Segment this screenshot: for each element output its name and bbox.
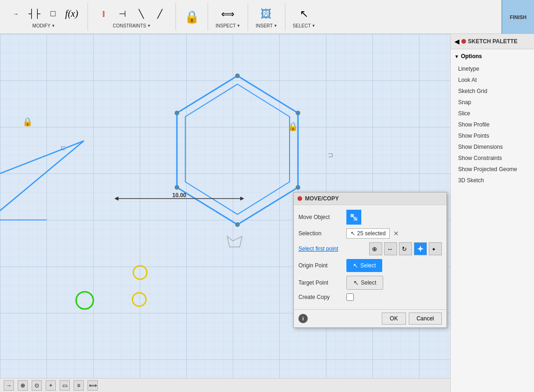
palette-item-linetype[interactable]: Linetype xyxy=(451,63,534,74)
move-object-icon[interactable] xyxy=(346,210,361,225)
point-icon-arrow[interactable]: ↔ xyxy=(384,242,397,255)
fx-icon: f(x) xyxy=(63,6,80,22)
constraint-icon-3: ╲ xyxy=(133,6,149,22)
point-icon-active[interactable] xyxy=(414,242,427,255)
cursor-icon: ↖ xyxy=(296,6,312,22)
divider-2 xyxy=(176,3,176,31)
selection-row: Selection ↖ 25 selected ✕ xyxy=(298,228,442,239)
insert-label: INSERT xyxy=(256,23,273,28)
toolbar-group-lock[interactable]: 🔒 xyxy=(180,7,204,27)
origin-point-row: Origin Point ↖ Select xyxy=(298,259,442,272)
palette-options-label: Options xyxy=(461,53,482,60)
svg-text:⊕: ⊕ xyxy=(372,246,377,252)
toolbar-group-select[interactable]: ↖ SELECT xyxy=(289,4,319,30)
toolbar-group-inspect[interactable]: ⟺ INSPECT xyxy=(212,4,244,30)
palette-item-showpoints[interactable]: Show Points xyxy=(451,130,534,141)
palette-item-showconstraints[interactable]: Show Constraints xyxy=(451,153,534,164)
move-copy-dialog: MOVE/COPY Move Object Selection ↖ xyxy=(293,192,447,328)
cancel-button[interactable]: Cancel xyxy=(409,312,442,325)
palette-item-showprojected[interactable]: Show Projected Geome xyxy=(451,164,534,175)
sketch-palette-title: SKETCH PALETTE xyxy=(468,38,517,45)
divider-3 xyxy=(208,3,208,31)
selected-count: 25 selected xyxy=(357,230,385,237)
palette-item-snap[interactable]: Snap xyxy=(451,97,534,108)
divider-5 xyxy=(285,3,285,31)
dialog-header: MOVE/COPY xyxy=(294,193,446,205)
palette-item-lookat[interactable]: Look At xyxy=(451,74,534,86)
finish-button[interactable]: FINISH xyxy=(501,0,534,34)
palette-items-list: Linetype Look At Sketch Grid Snap Slice … xyxy=(451,61,534,188)
dimension-value: 10.00 xyxy=(172,192,186,199)
select-first-point-row: Select first point ⊕ ↔ ↻ ✦ xyxy=(298,242,442,255)
svg-text:⊐: ⊐ xyxy=(328,151,333,159)
trim-icon: ┤├ xyxy=(26,6,43,22)
palette-close-dot[interactable] xyxy=(461,39,466,44)
palette-item-slice[interactable]: Slice xyxy=(451,108,534,119)
palette-item-3dsketch[interactable]: 3D Sketch xyxy=(451,175,534,186)
target-point-label: Target Point xyxy=(298,279,343,286)
bottom-toolbar: → ⊕ ⊙ + ▭ ≡ ⟺ xyxy=(0,378,450,392)
select-dropdown[interactable]: SELECT xyxy=(293,23,316,28)
point-icon-rotate[interactable]: ↻ xyxy=(399,242,412,255)
create-copy-row: Create Copy xyxy=(298,293,442,301)
svg-point-12 xyxy=(235,222,240,227)
insert-dropdown[interactable]: INSERT xyxy=(256,23,277,28)
palette-options-header[interactable]: ▼ Options xyxy=(451,49,534,61)
origin-point-label: Origin Point xyxy=(298,262,343,269)
svg-text:🔒: 🔒 xyxy=(22,117,33,127)
palette-item-showdimensions[interactable]: Show Dimensions xyxy=(451,141,534,153)
svg-text:🔒: 🔒 xyxy=(288,121,298,132)
svg-point-11 xyxy=(296,185,300,190)
bottom-btn-6[interactable]: ≡ xyxy=(74,380,84,391)
point-icons: ⊕ ↔ ↻ ✦ xyxy=(369,242,442,255)
dialog-body: Move Object Selection ↖ 25 selected ✕ xyxy=(294,205,446,309)
point-icon-extra[interactable]: ✦ xyxy=(429,242,442,255)
bottom-btn-4[interactable]: + xyxy=(46,380,56,391)
bottom-btn-7[interactable]: ⟺ xyxy=(88,380,98,391)
select-first-point-label[interactable]: Select first point xyxy=(298,246,338,252)
svg-point-13 xyxy=(175,111,179,115)
lock-icon: 🔒 xyxy=(183,8,200,25)
info-icon[interactable]: i xyxy=(298,314,308,323)
svg-rect-19 xyxy=(351,214,354,217)
dialog-title: MOVE/COPY xyxy=(305,195,339,202)
palette-item-sketchgrid[interactable]: Sketch Grid xyxy=(451,86,534,97)
create-copy-checkbox[interactable] xyxy=(346,293,354,301)
bottom-btn-1[interactable]: → xyxy=(4,380,14,391)
bottom-btn-5[interactable]: ▭ xyxy=(60,380,70,391)
svg-point-9 xyxy=(235,73,240,78)
inspect-dropdown[interactable]: INSPECT xyxy=(216,23,240,28)
point-icon-move[interactable]: ⊕ xyxy=(369,242,382,255)
dimension-label: 10.00 xyxy=(172,192,186,199)
bottom-btn-3[interactable]: ⊙ xyxy=(32,380,42,391)
canvas-area: 🔒 ⊏ 🔒 ⊐ 10.00 MOVE/COPY xyxy=(0,34,534,392)
origin-point-select-button[interactable]: ↖ Select xyxy=(346,259,382,272)
measure-icon: ⟺ xyxy=(220,6,237,22)
create-copy-label: Create Copy xyxy=(298,294,343,300)
palette-collapse-button[interactable]: ◀ xyxy=(454,38,460,45)
palette-item-showprofile[interactable]: Show Profile xyxy=(451,119,534,130)
target-point-select-button[interactable]: ↖ Select xyxy=(346,276,383,290)
sketch-palette: ◀ SKETCH PALETTE ▼ Options Linetype Look… xyxy=(450,34,534,392)
svg-text:↻: ↻ xyxy=(402,246,407,252)
rectangle-icon: □ xyxy=(45,6,61,22)
dialog-close-dot[interactable] xyxy=(297,196,302,201)
toolbar-group-insert[interactable]: 🖼 INSERT xyxy=(252,4,281,30)
svg-point-14 xyxy=(175,185,179,190)
svg-point-10 xyxy=(296,111,300,115)
modify-dropdown[interactable]: MODIFY xyxy=(33,23,55,28)
bottom-btn-2[interactable]: ⊕ xyxy=(18,380,28,391)
modify-label: MODIFY xyxy=(33,23,51,28)
toolbar-group-constraints[interactable]: ⫿ ⊣ ╲ ╱ CONSTRAINTS xyxy=(92,4,172,30)
image-icon: 🖼 xyxy=(258,6,275,22)
selection-clear-button[interactable]: ✕ xyxy=(393,230,399,237)
selection-label: Selection xyxy=(298,230,343,237)
constraints-label: CONSTRAINTS xyxy=(113,23,146,28)
toolbar: → ┤├ □ f(x) MODIFY ⫿ ⊣ ╲ ╱ CONSTRAINTS 🔒… xyxy=(0,0,534,34)
constraint-icon-2: ⊣ xyxy=(114,6,131,22)
ok-button[interactable]: OK xyxy=(382,312,406,325)
toolbar-group-modify[interactable]: → ┤├ □ f(x) MODIFY xyxy=(4,4,84,30)
finish-label: FINISH xyxy=(510,14,527,20)
divider-4 xyxy=(248,3,248,31)
constraints-dropdown[interactable]: CONSTRAINTS xyxy=(113,23,151,28)
